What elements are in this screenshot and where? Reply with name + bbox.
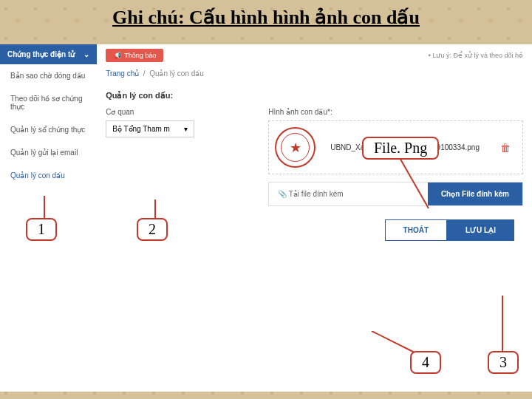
svg-line-0 <box>399 157 429 208</box>
seal-image: ★ <box>275 127 316 168</box>
section-title: Quản lý con dấu: <box>106 91 523 100</box>
sidebar-header[interactable]: Chứng thực điện tử ⌄ <box>0 44 97 64</box>
breadcrumb: Trang chủ / Quản lý con dấu <box>97 66 532 85</box>
trash-icon: 🗑 <box>500 142 511 154</box>
sidebar-item-condau[interactable]: Quản lý con dấu <box>0 164 97 187</box>
exit-button[interactable]: THOÁT <box>385 219 447 241</box>
megaphone-icon: 📢 <box>113 52 121 59</box>
org-select-value: Bộ Tổng Tham m <box>112 125 170 133</box>
svg-line-4 <box>372 331 416 353</box>
chevron-down-icon: ⌄ <box>83 50 89 58</box>
callout-3: 3 <box>488 351 519 374</box>
seal-image-label: Hình ảnh con dấu*: <box>268 108 523 116</box>
slide-title: Ghi chú: Cấu hình hình ảnh con dấu <box>0 6 532 29</box>
sidebar-item-guilai[interactable]: Quản lý gửi lại email <box>0 141 97 164</box>
topbar-note: • Lưu ý: Để xử lý và theo dõi hồ <box>429 52 523 59</box>
callout-filepng: File. Png <box>362 137 439 160</box>
notification-button[interactable]: 📢 Thông báo <box>106 49 163 62</box>
notif-label: Thông báo <box>124 52 156 59</box>
breadcrumb-home[interactable]: Trang chủ <box>106 69 139 78</box>
star-icon: ★ <box>290 140 301 156</box>
org-select[interactable]: Bộ Tổng Tham m ▾ <box>106 120 194 137</box>
sidebar-header-label: Chứng thực điện tử <box>7 50 75 58</box>
org-label: Cơ quan <box>106 108 239 116</box>
breadcrumb-current: Quản lý con dấu <box>149 69 204 78</box>
callout-1: 1 <box>26 218 57 241</box>
sidebar-item-quanlyso[interactable]: Quản lý sổ chứng thực <box>0 118 97 141</box>
paperclip-icon: 📎 <box>278 190 287 198</box>
save-button[interactable]: LƯU LẠI <box>447 219 514 241</box>
sidebar-item-theodoi[interactable]: Theo dõi hồ sơ chứng thực <box>0 87 97 118</box>
app-window: Chứng thực điện tử ⌄ Bản sao chờ đóng dấ… <box>0 44 532 392</box>
sidebar-item-bansao[interactable]: Bản sao chờ đóng dấu <box>0 64 97 87</box>
callout-2: 2 <box>137 218 168 241</box>
topbar: 📢 Thông báo • Lưu ý: Để xử lý và theo dõ… <box>97 44 532 66</box>
callout-4: 4 <box>410 351 441 374</box>
delete-file-button[interactable]: 🗑 <box>494 142 516 154</box>
pointer-3 <box>495 296 510 355</box>
chevron-down-icon: ▾ <box>184 125 188 133</box>
pointer-filepng <box>384 157 443 216</box>
